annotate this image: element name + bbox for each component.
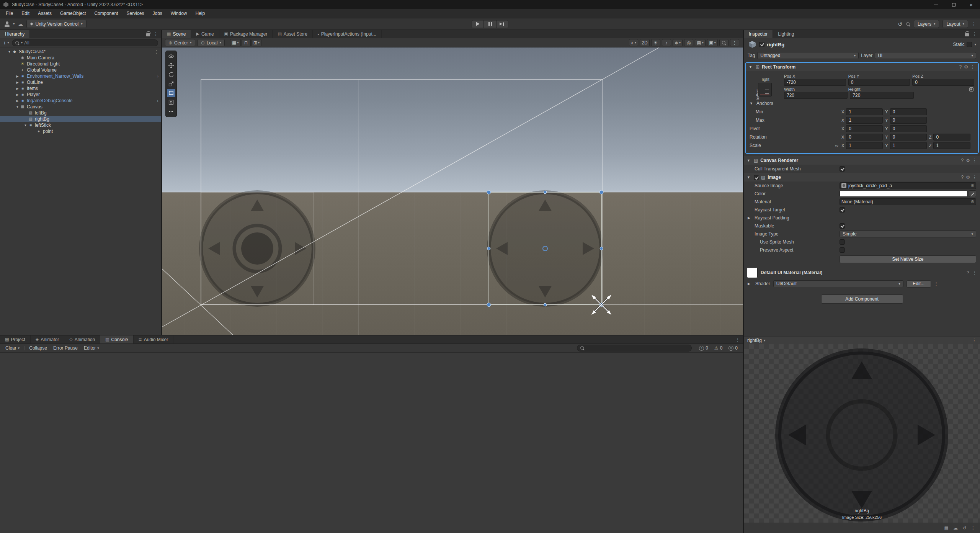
play-button[interactable] [472,20,484,28]
menu-jobs[interactable]: Jobs [148,9,166,18]
console-collapse-toggle[interactable]: Collapse [26,345,50,352]
tab-hierarchy[interactable]: Hierarchy [0,30,30,38]
scale-x-field[interactable]: 1 [846,142,883,149]
menu-assets[interactable]: Assets [34,9,56,18]
foldout-icon[interactable]: ▶ [15,81,20,84]
image-header[interactable]: ▼ ▨ Image ? ⚙ ⋮ [744,173,980,181]
grid-snapping-dropdown[interactable]: ▦▾ [230,39,241,46]
help-icon[interactable]: ? [967,270,969,275]
foldout-icon[interactable]: ▶ [15,93,20,96]
account-icon[interactable] [4,21,10,27]
tab-scene[interactable]: ▦Scene [162,30,191,38]
presets-icon[interactable]: ⚙ [966,175,970,180]
foldout-icon[interactable]: ▶ [15,75,20,78]
preserve-aspect-checkbox[interactable] [840,247,845,253]
tab-package-manager[interactable]: ▣Package Manager [219,30,273,38]
rotation-x-field[interactable]: 0 [846,134,883,141]
menu-component[interactable]: Component [90,9,122,18]
refresh-status-icon[interactable]: ↺ [962,525,966,531]
status-more-icon[interactable]: ⋮ [971,525,975,531]
preview-header[interactable]: rightBg ▾ ⋮ [744,337,980,344]
foldout-icon[interactable]: ▼ [23,124,28,127]
hierarchy-item-global-volume[interactable]: ◐Global Volume [0,67,161,73]
help-icon[interactable]: ? [961,158,964,163]
tag-dropdown[interactable]: Untagged▾ [757,52,859,59]
foldout-icon[interactable]: ▶ [15,99,20,103]
layers-dropdown[interactable]: Layers▾ [914,20,939,28]
shader-menu-icon[interactable]: ⋮ [934,281,939,286]
rect-tool-button[interactable] [167,89,175,97]
height-field[interactable]: 720 [850,92,913,99]
console-clear-button[interactable]: Clear▾ [3,345,22,352]
kebab-icon[interactable]: ⋮ [972,175,977,180]
foldout-icon[interactable]: ▼ [15,105,20,109]
image-enabled-checkbox[interactable] [754,175,759,180]
close-button[interactable]: × [962,0,980,9]
menu-services[interactable]: Services [122,9,148,18]
search-icon[interactable] [906,22,910,26]
menu-gameobject[interactable]: GameObject [56,9,90,18]
menu-window[interactable]: Window [167,9,191,18]
tab-console[interactable]: ▥Console [100,335,133,343]
grid-status-icon[interactable]: ▤ [944,525,949,531]
minimize-button[interactable] [927,0,945,9]
tab-project[interactable]: ▤Project [0,335,31,343]
kebab-icon[interactable]: ⋮ [972,270,977,275]
menu-edit[interactable]: Edit [17,9,34,18]
tab-lighting[interactable]: Lighting [773,30,799,38]
menu-file[interactable]: File [2,9,17,18]
static-dropdown-icon[interactable]: ▾ [974,43,976,46]
active-checkbox[interactable] [759,42,764,47]
presets-icon[interactable]: ⚙ [966,158,970,163]
undo-history-icon[interactable]: ↺ [898,21,902,27]
layout-dropdown[interactable]: Layout▾ [942,20,968,28]
hierarchy-item-rightbg[interactable]: ▨rightBg [0,116,161,122]
bottom-panel-menu-icon[interactable]: ⋮ [735,337,740,342]
anchor-min-x-field[interactable]: 1 [846,108,883,115]
help-icon[interactable]: ? [959,64,962,70]
presets-icon[interactable]: ⚙ [964,64,968,70]
hierarchy-item-canvas[interactable]: ▼▦Canvas [0,104,161,110]
pause-button[interactable] [484,20,496,28]
use-sprite-mesh-checkbox[interactable] [840,239,845,245]
console-error-filter[interactable]: ×0 [726,345,740,351]
console-search-input[interactable] [577,345,692,352]
blueprint-mode-icon[interactable] [969,87,974,92]
console-log-area[interactable] [0,353,743,533]
pivot-x-field[interactable]: 0 [846,125,883,132]
object-picker-icon[interactable]: ⊙ [971,199,974,204]
tool-handle-rotation-dropdown[interactable]: ⊙ Local▾ [198,39,225,46]
2d-toggle-button[interactable]: 2D [640,39,649,46]
scale-z-field[interactable]: 1 [933,142,970,149]
cloud-status-icon[interactable]: ☁ [953,525,958,531]
scale-tool-button[interactable] [167,80,175,88]
add-component-button[interactable]: Add Component [821,294,903,304]
scene-audio-toggle[interactable]: ♪ [662,39,671,46]
material-field[interactable]: None (Material) ⊙ [840,198,976,205]
console-error-pause-toggle[interactable]: Error Pause [51,345,80,352]
hierarchy-item-point[interactable]: ●point [0,128,161,134]
set-native-size-button[interactable]: Set Native Size [840,255,976,263]
foldout-icon[interactable]: ▼ [749,65,753,69]
source-image-field[interactable]: joystick_circle_pad_a ⊙ [840,182,976,189]
camera-overlay-dropdown[interactable]: ▣▾ [707,39,718,46]
snap-toggle-button[interactable]: ⊓ [242,39,251,46]
help-icon[interactable]: ? [961,175,964,180]
scene-search-button[interactable] [719,39,728,46]
hierarchy-item-player[interactable]: ▶■Player [0,92,161,98]
tab-audio-mixer[interactable]: ≣Audio Mixer [134,335,174,343]
menu-help[interactable]: Help [191,9,209,18]
rotate-tool-button[interactable] [167,70,175,79]
console-editor-dropdown[interactable]: Editor▾ [81,345,102,352]
kebab-icon[interactable]: ⋮ [972,158,977,163]
anchor-max-x-field[interactable]: 1 [846,117,883,124]
raycast-target-checkbox[interactable] [840,207,845,213]
move-tool-button[interactable] [167,61,175,70]
scale-y-field[interactable]: 1 [890,142,927,149]
hierarchy-item-ingamedebugconsole[interactable]: ▶■IngameDebugConsole› [0,98,161,104]
kebab-icon[interactable]: ⋮ [970,64,975,70]
draw-mode-dropdown[interactable]: ◐▾ [629,39,638,46]
inspector-lock-icon[interactable] [965,33,969,36]
pos-z-field[interactable]: 0 [912,79,974,86]
foldout-icon[interactable]: ▼ [7,50,12,54]
